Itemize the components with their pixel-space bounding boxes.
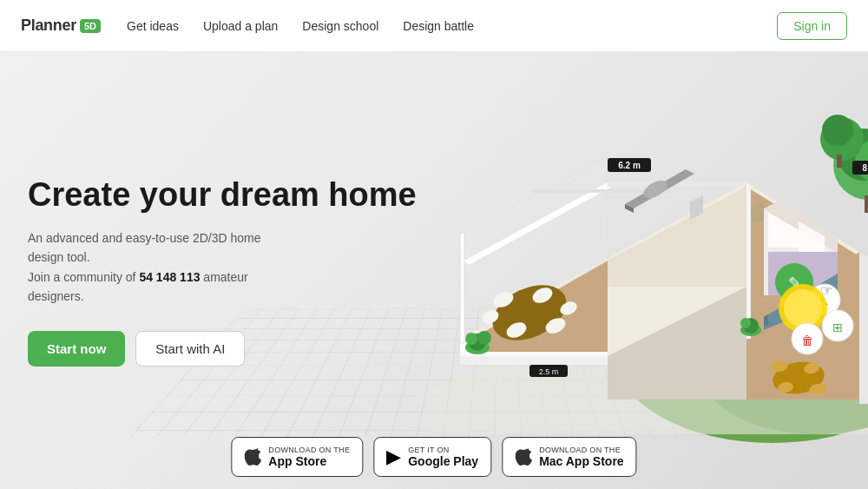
house-illustration: 6.2 m 8 m 2.5 m ✎ ↖ ⊞ bbox=[356, 61, 868, 443]
hero-desc-line1: An advanced and easy-to-use 2D/3D home d… bbox=[28, 231, 261, 264]
svg-text:6.2 m: 6.2 m bbox=[618, 161, 641, 170]
mac-app-store-sub: Download on the bbox=[539, 446, 624, 454]
svg-point-57 bbox=[822, 115, 853, 146]
google-play-main: Google Play bbox=[408, 454, 478, 468]
app-store-badge[interactable]: Download on the App Store bbox=[231, 437, 363, 477]
svg-point-46 bbox=[740, 318, 751, 328]
app-store-sub: Download on the bbox=[268, 446, 350, 454]
mac-apple-icon bbox=[515, 445, 532, 469]
store-badges: Download on the App Store ▶ GET IT ON Go… bbox=[231, 437, 636, 477]
google-play-badge[interactable]: ▶ GET IT ON Google Play bbox=[373, 437, 491, 477]
google-play-sub: GET IT ON bbox=[408, 446, 478, 454]
community-count: 54 148 113 bbox=[139, 270, 200, 284]
svg-text:8 m: 8 m bbox=[862, 163, 868, 173]
hero-content: Create your dream home An advanced and e… bbox=[28, 175, 417, 366]
svg-text:2.5 m: 2.5 m bbox=[539, 367, 559, 376]
play-icon: ▶ bbox=[386, 447, 401, 466]
logo-badge: 5D bbox=[80, 19, 101, 33]
nav-links: Get ideas Upload a plan Design school De… bbox=[127, 19, 777, 33]
svg-marker-5 bbox=[608, 187, 746, 287]
hero-description: An advanced and easy-to-use 2D/3D home d… bbox=[28, 228, 297, 307]
start-with-ai-button[interactable]: Start with AI bbox=[135, 331, 245, 367]
svg-text:🗑: 🗑 bbox=[801, 334, 813, 347]
svg-point-35 bbox=[477, 331, 491, 345]
svg-marker-17 bbox=[460, 232, 464, 343]
app-store-text: Download on the App Store bbox=[268, 446, 350, 468]
nav-design-battle[interactable]: Design battle bbox=[403, 19, 474, 33]
nav-upload-plan[interactable]: Upload a plan bbox=[203, 19, 278, 33]
app-store-main: App Store bbox=[268, 454, 350, 468]
svg-point-34 bbox=[465, 333, 477, 345]
mac-app-store-text: Download on the Mac App Store bbox=[539, 446, 624, 468]
signin-button[interactable]: Sign in bbox=[777, 12, 847, 40]
logo[interactable]: Planner 5D bbox=[21, 17, 101, 35]
google-play-text: GET IT ON Google Play bbox=[408, 446, 478, 468]
logo-text: Planner bbox=[21, 17, 76, 35]
svg-marker-15 bbox=[859, 252, 868, 404]
svg-rect-58 bbox=[837, 155, 842, 168]
svg-point-70 bbox=[784, 289, 822, 327]
svg-text:⊞: ⊞ bbox=[832, 320, 843, 334]
hero-title: Create your dream home bbox=[28, 175, 417, 215]
mac-app-store-badge[interactable]: Download on the Mac App Store bbox=[502, 437, 637, 477]
svg-marker-16 bbox=[460, 356, 608, 365]
nav-design-school[interactable]: Design school bbox=[302, 19, 378, 33]
hero-buttons: Start now Start with AI bbox=[28, 331, 417, 367]
apple-icon bbox=[244, 445, 261, 469]
navbar: Planner 5D Get ideas Upload a plan Desig… bbox=[0, 0, 868, 52]
mac-app-store-main: Mac App Store bbox=[539, 454, 624, 468]
svg-marker-10 bbox=[464, 182, 612, 265]
start-now-button[interactable]: Start now bbox=[28, 331, 125, 367]
svg-rect-55 bbox=[865, 195, 868, 213]
svg-marker-11 bbox=[746, 182, 751, 339]
hero-section: 6.2 m 8 m 2.5 m ✎ ↖ ⊞ bbox=[0, 52, 868, 489]
hero-desc-line2: Join a community of bbox=[28, 270, 136, 284]
svg-text:☞: ☞ bbox=[820, 283, 832, 298]
nav-get-ideas[interactable]: Get ideas bbox=[127, 19, 179, 33]
